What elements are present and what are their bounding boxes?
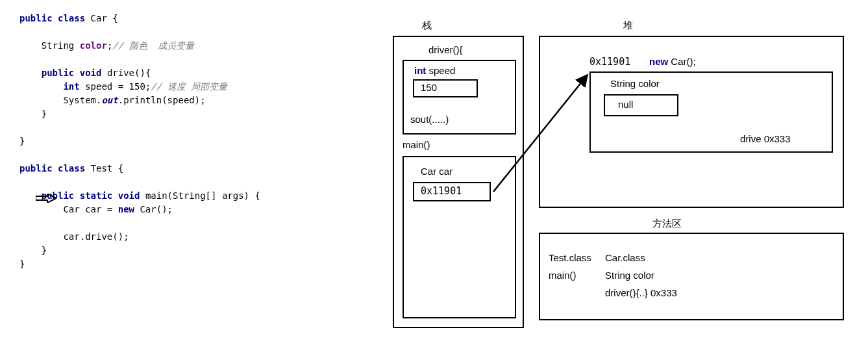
kw-class: class (53, 13, 86, 23)
method-main: main() (549, 270, 577, 281)
kw-new: new (118, 204, 134, 214)
car-var-label: Car car (421, 166, 453, 177)
field-color: color (80, 40, 107, 51)
code-text: } (19, 259, 25, 269)
code-text: } (19, 245, 47, 255)
code-text: Car { (85, 13, 118, 23)
speed-text: speed (426, 65, 455, 76)
code-text: Test { (85, 163, 123, 174)
main-frame-box (403, 156, 516, 318)
page-root: public class Car { String color;// 颜色 成员… (0, 0, 868, 347)
method-area-title: 方法区 (652, 218, 682, 230)
method-test-class: Test.class (549, 252, 591, 263)
heap-method-label: drive 0x333 (740, 133, 791, 144)
sout-label: sout(.....) (410, 114, 449, 125)
kw-public: public (19, 13, 53, 23)
code-text: } (19, 136, 25, 146)
heap-addr: 0x11901 (589, 56, 630, 68)
code-block: public class Car { String color;// 颜色 成员… (19, 12, 260, 271)
field-out: out (101, 95, 118, 105)
method-string-color: String color (605, 270, 654, 281)
comment: // 颜色 成员变量 (112, 40, 194, 51)
code-text: speed = 150; (80, 81, 151, 92)
kw-public: public (19, 163, 53, 174)
code-text: drive(){ (101, 68, 151, 78)
comment: // 速度 局部变量 (151, 81, 227, 92)
pointer-arrow-icon (36, 194, 56, 203)
heap-new-label: new Car(); (649, 56, 696, 67)
heap-title: 堆 (623, 19, 633, 32)
kw-int: int (19, 81, 80, 92)
code-text: .println(speed); (118, 95, 206, 105)
kw-static: static (74, 190, 112, 201)
method-car-class: Car.class (605, 252, 645, 263)
kw-void: void (74, 68, 101, 78)
kw-new: new (649, 56, 668, 67)
heap-field-label: String color (610, 78, 660, 89)
main-frame-label: main() (403, 139, 430, 150)
code-text: Car car = (19, 204, 118, 214)
method-driver: driver(){..} 0x333 (605, 287, 677, 298)
kw-public: public (19, 68, 74, 78)
code-text: } (19, 109, 47, 119)
kw-void: void (112, 190, 140, 201)
driver-frame-label: driver(){ (428, 44, 463, 55)
code-text: car.drive(); (19, 231, 129, 242)
code-text: System. (19, 95, 101, 105)
stack-title: 栈 (422, 19, 432, 32)
heap-field-value: null (618, 99, 633, 110)
kw-class: class (53, 163, 86, 174)
kw-int: int (414, 65, 426, 76)
method-area-box (539, 233, 844, 320)
speed-value: 150 (421, 82, 437, 93)
code-text: Car(); (134, 204, 173, 214)
car-addr-value: 0x11901 (421, 185, 462, 197)
heap-new-rest: Car(); (668, 56, 696, 67)
heap-field-value-box (604, 94, 678, 116)
code-text: main(String[] args) { (140, 190, 260, 201)
code-text: String (19, 40, 80, 51)
int-speed-label: int speed (414, 65, 455, 76)
